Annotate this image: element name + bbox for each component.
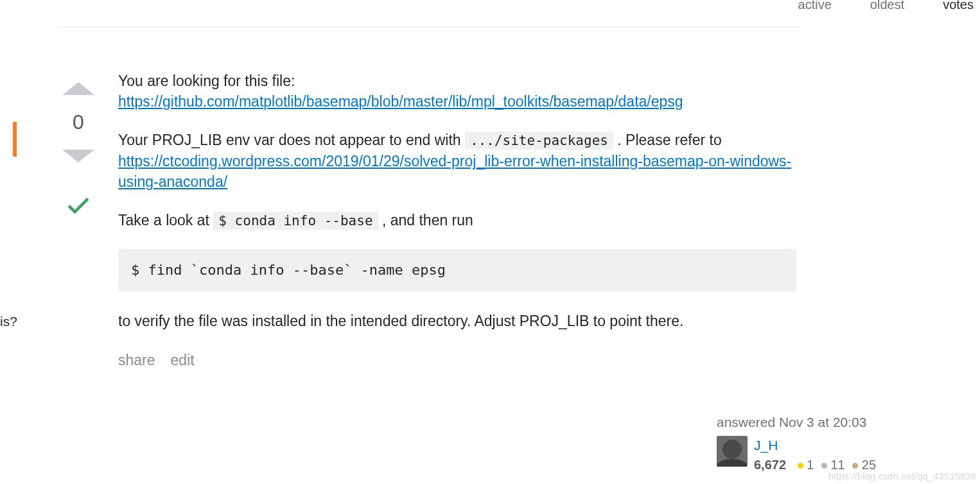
answered-time: answered Nov 3 at 20:03 — [717, 413, 941, 431]
gold-badge-icon — [798, 463, 803, 469]
silver-badge-icon — [821, 463, 827, 469]
left-fragment-text: is? — [0, 312, 17, 331]
user-card: answered Nov 3 at 20:03 J_H 6,672 1 11 2… — [717, 413, 941, 474]
rep-number: 6,672 — [754, 458, 786, 472]
left-strip: is? — [0, 0, 28, 484]
sort-tabs: active oldest votes — [798, 0, 974, 13]
avatar[interactable] — [717, 436, 748, 467]
answer: 0 You are looking for this file: https:/… — [58, 71, 796, 370]
text: , and then run — [382, 212, 473, 229]
bronze-badge-icon — [852, 463, 858, 469]
accepted-check-icon — [64, 191, 92, 219]
text: . Please refer to — [617, 132, 721, 148]
selection-marker — [13, 122, 17, 157]
code-block: $ find `conda info --base` -name epsg — [118, 249, 796, 292]
vote-column: 0 — [58, 71, 99, 370]
tab-votes[interactable]: votes — [943, 0, 974, 13]
divider — [58, 27, 800, 28]
tab-oldest[interactable]: oldest — [870, 0, 904, 13]
text: to verify the file was installed in the … — [118, 311, 796, 331]
text: You are looking for this file: — [118, 73, 295, 89]
vote-score: 0 — [73, 108, 84, 137]
text: Take a look at — [118, 212, 213, 229]
edit-button[interactable]: edit — [171, 350, 195, 370]
text: Your PROJ_LIB env var does not appear to… — [118, 132, 465, 148]
inline-code: .../site-packages — [465, 132, 613, 150]
upvote-icon[interactable] — [62, 82, 94, 95]
answer-body: You are looking for this file: https://g… — [118, 71, 796, 370]
user-name-link[interactable]: J_H — [754, 436, 876, 454]
inline-code: $ conda info --base — [213, 212, 378, 230]
downvote-icon[interactable] — [62, 150, 94, 162]
epsg-file-link[interactable]: https://github.com/matplotlib/basemap/bl… — [118, 93, 683, 110]
blog-link[interactable]: https://ctcoding.wordpress.com/2019/01/2… — [118, 153, 791, 190]
tab-active[interactable]: active — [798, 0, 832, 13]
share-button[interactable]: share — [118, 350, 155, 370]
gold-count: 1 — [807, 458, 814, 472]
watermark: https://blog.csdn.net/qq_43515836 — [828, 469, 976, 483]
post-actions: share edit — [118, 350, 796, 370]
